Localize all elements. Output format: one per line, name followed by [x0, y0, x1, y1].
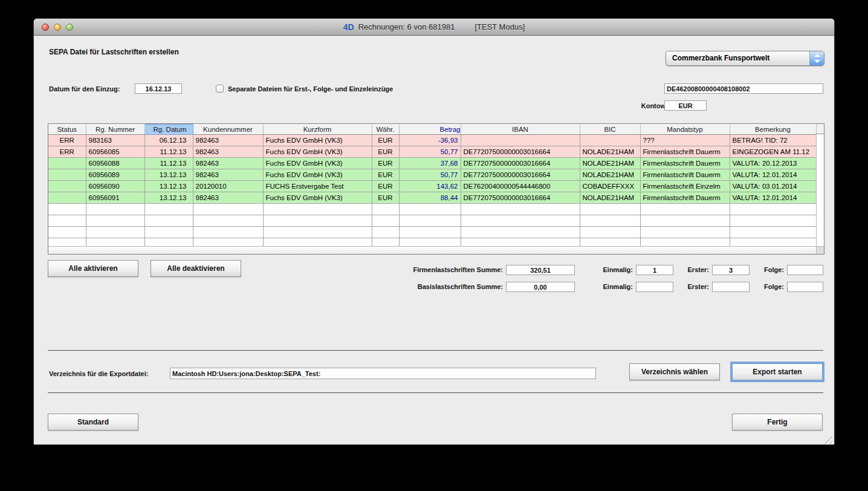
einmalig-value-2[interactable] [636, 282, 673, 292]
zoom-button-icon[interactable] [66, 24, 73, 31]
erster-value-2[interactable] [712, 282, 750, 292]
export-dir-input[interactable] [170, 368, 596, 379]
cell-waehr[interactable]: EUR [372, 135, 399, 146]
cell-status[interactable]: ERR [48, 135, 86, 146]
cell-bemerkung[interactable]: VALUTA: 03.01.2014 [730, 181, 816, 192]
table-row-empty[interactable] [48, 215, 816, 227]
cell-iban[interactable]: DE77207500000003016664 [461, 169, 580, 181]
cell-bic[interactable]: COBADEFFXXX [580, 181, 640, 192]
cell-waehr[interactable]: EUR [372, 146, 399, 158]
table-row-empty[interactable] [48, 227, 816, 238]
deactivate-all-button[interactable]: Alle deaktivieren [151, 260, 241, 277]
export-start-button[interactable]: Export starten [732, 363, 823, 380]
cell-iban[interactable]: DE76200400000544446800 [461, 181, 580, 192]
cell-betrag[interactable]: 37,68 [399, 158, 461, 169]
cell-rg_nummer[interactable]: 983163 [86, 135, 144, 146]
choose-directory-button[interactable]: Verzeichnis wählen [629, 363, 720, 380]
cell-rg_nummer[interactable]: 60956091 [86, 192, 144, 204]
erster-value-1[interactable] [712, 265, 750, 275]
cell-iban[interactable] [461, 135, 580, 146]
cell-iban[interactable]: DE77207500000003016664 [461, 146, 580, 158]
cell-kurzform[interactable]: Fuchs EDV GmbH (VK3) [263, 192, 372, 204]
folge-value-2[interactable] [787, 282, 823, 292]
cell-mandatstyp[interactable]: ??? [640, 135, 730, 146]
cell-mandatstyp[interactable]: Firmenlastschrift Dauerm [640, 158, 730, 169]
cell-mandatstyp[interactable]: Firmenlastschrift Dauerm [640, 146, 730, 158]
column-header[interactable]: IBAN [461, 125, 580, 135]
horizontal-scrollbar[interactable] [48, 246, 816, 254]
resize-grip[interactable] [824, 436, 832, 444]
activate-all-button[interactable]: Alle aktivieren [48, 260, 138, 277]
basislastschriften-summe-value[interactable] [506, 282, 575, 292]
cell-betrag[interactable]: 143,62 [399, 181, 461, 192]
cell-betrag[interactable]: 88,44 [399, 192, 461, 204]
standard-button[interactable]: Standard [48, 414, 138, 431]
titlebar[interactable]: 4D Rechnungen: 6 von 681981 [TEST Modus] [34, 19, 834, 36]
table-row-empty[interactable] [48, 204, 816, 215]
fertig-button[interactable]: Fertig [732, 414, 823, 431]
cell-rg_datum[interactable]: 13.12.13 [144, 169, 193, 181]
einmalig-value-1[interactable] [636, 265, 673, 275]
cell-iban[interactable]: DE77207500000003016664 [461, 158, 580, 169]
column-header[interactable]: Kundennummer [193, 125, 263, 135]
table-row[interactable]: ERR98316306.12.13982463Fuchs EDV GmbH (V… [48, 135, 816, 146]
firmenlastschriften-summe-value[interactable] [506, 265, 575, 275]
cell-kurzform[interactable]: Fuchs EDV GmbH (VK3) [263, 169, 372, 181]
cell-betrag[interactable]: -36,93 [399, 135, 461, 146]
column-header[interactable]: Währ. [372, 125, 399, 135]
folge-value-1[interactable] [787, 265, 823, 275]
cell-rg_datum[interactable]: 06.12.13 [144, 135, 193, 146]
cell-kundennummer[interactable]: 20120010 [193, 181, 263, 192]
cell-bic[interactable]: NOLADE21HAM [580, 146, 640, 158]
cell-bemerkung[interactable]: VALUTA: 20.12.2013 [730, 158, 816, 169]
cell-bemerkung[interactable]: VALUTA: 12.01.2014 [730, 169, 816, 181]
table-row-empty[interactable] [48, 238, 816, 247]
cell-kundennummer[interactable]: 982463 [193, 169, 263, 181]
cell-kurzform[interactable]: Fuchs EDV GmbH (VK3) [263, 146, 372, 158]
cell-bic[interactable]: NOLADE21HAM [580, 169, 640, 181]
column-header[interactable]: Rg. Nummer [86, 125, 144, 135]
cell-kundennummer[interactable]: 982463 [193, 192, 263, 204]
column-header[interactable]: Kurzform [263, 125, 372, 135]
cell-mandatstyp[interactable]: Firmenlastschrift Dauerm [640, 192, 730, 204]
cell-kundennummer[interactable]: 982463 [193, 146, 263, 158]
cell-status[interactable] [48, 181, 86, 192]
cell-iban[interactable]: DE77207500000003016664 [461, 192, 580, 204]
table-row[interactable]: 6095608811.12.13982463Fuchs EDV GmbH (VK… [48, 158, 816, 169]
column-header[interactable]: Rg. Datum [144, 125, 193, 135]
cell-rg_datum[interactable]: 11.12.13 [144, 146, 193, 158]
cell-mandatstyp[interactable]: Firmenlastschrift Dauerm [640, 169, 730, 181]
cell-bic[interactable]: NOLADE21HAM [580, 158, 640, 169]
cell-kurzform[interactable]: Fuchs EDV GmbH (VK3) [263, 135, 372, 146]
cell-kundennummer[interactable]: 982463 [193, 158, 263, 169]
cell-waehr[interactable]: EUR [372, 192, 399, 204]
cell-rg_datum[interactable]: 13.12.13 [144, 192, 193, 204]
cell-waehr[interactable]: EUR [372, 181, 399, 192]
cell-bemerkung[interactable]: EINGEZOGEN AM 11.12 [730, 146, 816, 158]
datum-input[interactable] [135, 83, 182, 94]
iban-input[interactable] [664, 83, 823, 94]
table-row[interactable]: 6095609013.12.1320120010FUCHS Erstvergab… [48, 181, 816, 192]
cell-status[interactable]: ERR [48, 146, 86, 158]
cell-rg_datum[interactable]: 11.12.13 [144, 158, 193, 169]
table-row[interactable]: 6095609113.12.13982463Fuchs EDV GmbH (VK… [48, 192, 816, 204]
cell-kundennummer[interactable]: 982463 [193, 135, 263, 146]
table-row[interactable]: ERR6095608511.12.13982463Fuchs EDV GmbH … [48, 146, 816, 158]
cell-rg_nummer[interactable]: 60956088 [86, 158, 144, 169]
kontowaehrung-input[interactable] [664, 100, 707, 111]
cell-rg_nummer[interactable]: 60956085 [86, 146, 144, 158]
column-header[interactable]: Bemerkung [730, 125, 816, 135]
cell-kurzform[interactable]: FUCHS Erstvergabe Test [263, 181, 372, 192]
table-row[interactable]: 6095608913.12.13982463Fuchs EDV GmbH (VK… [48, 169, 816, 181]
cell-bemerkung[interactable]: VALUTA: 12.01.2014 [730, 192, 816, 204]
cell-bemerkung[interactable]: BETRAG! TID: 72 [730, 135, 816, 146]
column-header[interactable]: Mandatstyp [640, 125, 730, 135]
konto-select[interactable]: Commerzbank Funsportwelt [666, 51, 824, 66]
column-header[interactable]: Betrag [399, 125, 461, 135]
cell-betrag[interactable]: 50,77 [399, 169, 461, 181]
vertical-scrollbar[interactable] [816, 134, 824, 246]
close-button-icon[interactable] [42, 24, 49, 31]
column-header[interactable]: BIC [580, 125, 640, 135]
cell-rg_datum[interactable]: 13.12.13 [144, 181, 193, 192]
cell-rg_nummer[interactable]: 60956090 [86, 181, 144, 192]
